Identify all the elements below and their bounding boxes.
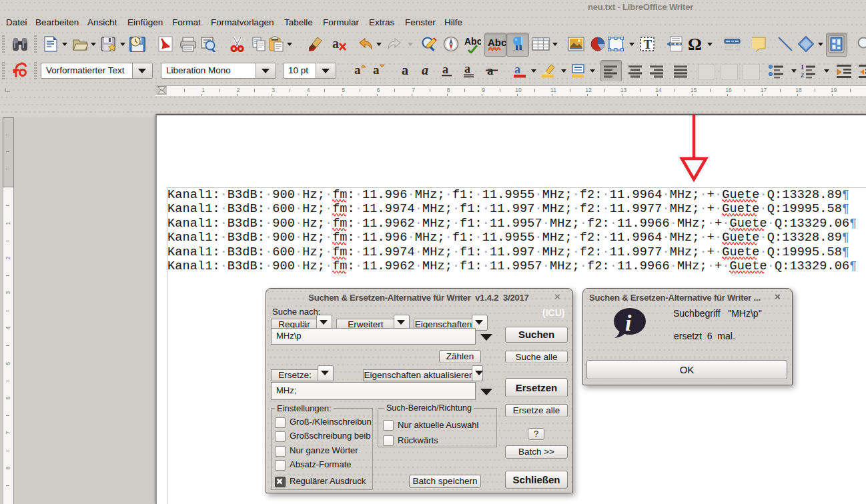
svg-text:Ω: Ω <box>688 35 702 53</box>
svg-text:2: 2 <box>801 71 804 79</box>
svg-text:1: 1 <box>801 63 804 71</box>
svg-text:a: a <box>402 63 408 77</box>
svg-text:a: a <box>442 63 448 76</box>
svg-text:i: i <box>625 311 632 335</box>
svg-text:Abc: Abc <box>464 36 481 47</box>
svg-text:Abc: Abc <box>488 37 506 48</box>
svg-text:a: a <box>332 36 339 51</box>
svg-text:a: a <box>373 63 380 77</box>
svg-text:a: a <box>464 63 470 75</box>
svg-text:T: T <box>644 37 653 51</box>
svg-text:a: a <box>354 63 361 77</box>
svg-text:a: a <box>514 63 520 76</box>
svg-text:a: a <box>422 63 428 77</box>
